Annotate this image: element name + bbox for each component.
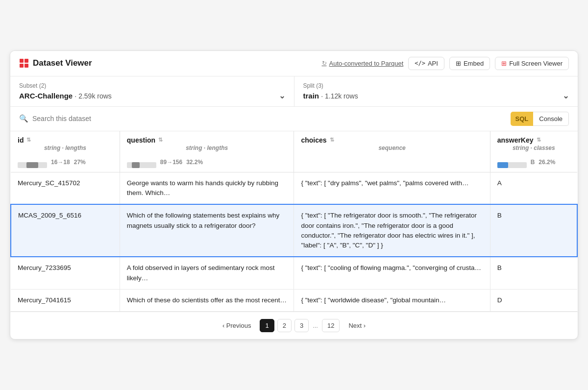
col-header-question: question ⇅ string · lengths 89→156 32	[120, 131, 294, 172]
table-body: Mercury_SC_415702George wants to warm hi…	[11, 172, 577, 311]
fullscreen-icon: ⊞	[501, 60, 507, 67]
cell-choices: { "text": [ "The refrigerator door is sm…	[294, 204, 490, 257]
cell-question: Which of these do scientists offer as th…	[120, 289, 294, 311]
cell-answerKey: B	[490, 204, 577, 257]
col-stats-choices	[294, 154, 490, 170]
col-header-answerkey: answerKey ⇅ string · classes B 26.2%	[490, 131, 577, 172]
col-header-id: id ⇅ string · lengths 16→18 27%	[11, 131, 120, 172]
table-row[interactable]: Mercury_7233695A fold observed in layers…	[11, 257, 577, 289]
svg-rect-2	[20, 64, 24, 68]
table-row[interactable]: MCAS_2009_5_6516Which of the following s…	[11, 204, 577, 257]
col-name-id: id ⇅	[18, 136, 113, 144]
data-table: id ⇅ string · lengths 16→18 27%	[10, 131, 578, 312]
subset-value[interactable]: ARC-Challenge · 2.59k rows ⌄	[19, 91, 285, 100]
svg-rect-3	[24, 64, 28, 68]
sort-icon-id[interactable]: ⇅	[26, 137, 31, 143]
cell-id: Mercury_SC_415702	[11, 172, 120, 204]
split-chevron-icon: ⌄	[563, 91, 569, 100]
sort-icon-question[interactable]: ⇅	[158, 137, 163, 143]
header-title: Dataset Viewer	[19, 58, 92, 68]
col-stats-id: 16→18 27%	[11, 154, 120, 172]
table-row[interactable]: Mercury_SC_415702George wants to warm hi…	[11, 172, 577, 204]
page-button-12[interactable]: 12	[322, 319, 340, 332]
col-stats-answerkey: B 26.2%	[490, 154, 577, 172]
col-header-choices: choices ⇅ sequence	[294, 131, 490, 172]
previous-button[interactable]: ‹ Previous	[217, 319, 257, 332]
page-button-2[interactable]: 2	[277, 319, 292, 332]
cell-question: A fold observed in layers of sedimentary…	[120, 257, 294, 289]
subset-chevron-icon: ⌄	[279, 91, 285, 100]
api-button[interactable]: </> API	[408, 57, 444, 70]
next-button[interactable]: Next ›	[343, 319, 371, 332]
console-button[interactable]: Console	[533, 112, 569, 126]
cell-choices: { "text": [ "worldwide disease", "global…	[294, 289, 490, 311]
table-wrap: id ⇅ string · lengths 16→18 27%	[10, 131, 578, 312]
search-row: 🔍 SQL Console	[10, 107, 578, 131]
sort-icon-answerkey[interactable]: ⇅	[537, 137, 541, 143]
page-button-3[interactable]: 3	[294, 319, 309, 332]
subset-label: Subset (2)	[19, 82, 285, 89]
embed-icon: ⊞	[456, 60, 461, 67]
cell-id: MCAS_2009_5_6516	[11, 204, 120, 257]
split-value[interactable]: train · 1.12k rows ⌄	[303, 91, 569, 100]
pagination: ‹ Previous 1 2 3 ... 12 Next ›	[10, 312, 578, 339]
dataset-viewer: Dataset Viewer ↻ Auto-converted to Parqu…	[10, 50, 578, 340]
col-name-answerkey: answerKey ⇅	[497, 136, 570, 144]
search-wrap: 🔍	[19, 114, 506, 123]
col-name-question: question ⇅	[127, 136, 287, 144]
page-button-1[interactable]: 1	[260, 319, 274, 332]
col-name-choices: choices ⇅	[301, 136, 483, 144]
auto-converted-link[interactable]: ↻ Auto-converted to Parquet	[322, 60, 404, 67]
cell-answerKey: B	[490, 257, 577, 289]
split-selector[interactable]: Split (3) train · 1.12k rows ⌄	[294, 76, 578, 106]
cell-question: George wants to warm his hands quickly b…	[120, 172, 294, 204]
cell-id: Mercury_7041615	[11, 289, 120, 311]
cell-id: Mercury_7233695	[11, 257, 120, 289]
subset-selector[interactable]: Subset (2) ARC-Challenge · 2.59k rows ⌄	[10, 76, 294, 106]
table-row[interactable]: Mercury_7041615Which of these do scienti…	[11, 289, 577, 311]
page-ellipsis: ...	[312, 322, 319, 329]
cell-answerKey: A	[490, 172, 577, 204]
refresh-icon: ↻	[322, 60, 327, 67]
header-row: id ⇅ string · lengths 16→18 27%	[11, 131, 577, 172]
svg-rect-1	[24, 59, 28, 63]
cell-answerKey: D	[490, 289, 577, 311]
code-icon: </>	[415, 60, 425, 67]
sort-icon-choices[interactable]: ⇅	[330, 137, 334, 143]
search-icon: 🔍	[19, 114, 28, 123]
embed-button[interactable]: ⊞ Embed	[449, 57, 490, 70]
sql-console-wrap: SQL Console	[511, 112, 569, 126]
table-head: id ⇅ string · lengths 16→18 27%	[11, 131, 577, 172]
cell-choices: { "text": [ "cooling of flowing magma.",…	[294, 257, 490, 289]
cell-choices: { "text": [ "dry palms", "wet palms", "p…	[294, 172, 490, 204]
fullscreen-button[interactable]: ⊞ Full Screen Viewer	[495, 57, 569, 70]
col-stats-question: 89→156 32.2%	[120, 154, 294, 172]
cell-question: Which of the following statements best e…	[120, 204, 294, 257]
sql-button[interactable]: SQL	[511, 112, 534, 126]
search-input[interactable]	[32, 115, 506, 122]
header: Dataset Viewer ↻ Auto-converted to Parqu…	[10, 51, 578, 76]
grid-icon	[19, 58, 29, 68]
header-actions: ↻ Auto-converted to Parquet </> API ⊞ Em…	[322, 57, 569, 70]
svg-rect-0	[20, 59, 24, 63]
split-label: Split (3)	[303, 82, 569, 89]
selectors-row: Subset (2) ARC-Challenge · 2.59k rows ⌄ …	[10, 76, 578, 107]
